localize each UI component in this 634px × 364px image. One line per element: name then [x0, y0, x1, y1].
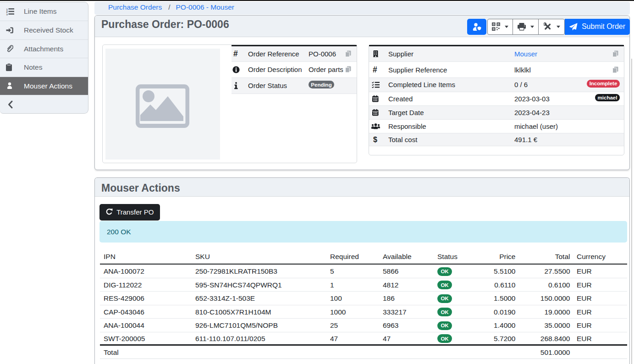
svg-text:#: #: [233, 50, 238, 57]
svg-text:#: #: [373, 66, 377, 73]
svg-text:3: 3: [6, 13, 8, 16]
svg-text:$: $: [373, 136, 377, 143]
